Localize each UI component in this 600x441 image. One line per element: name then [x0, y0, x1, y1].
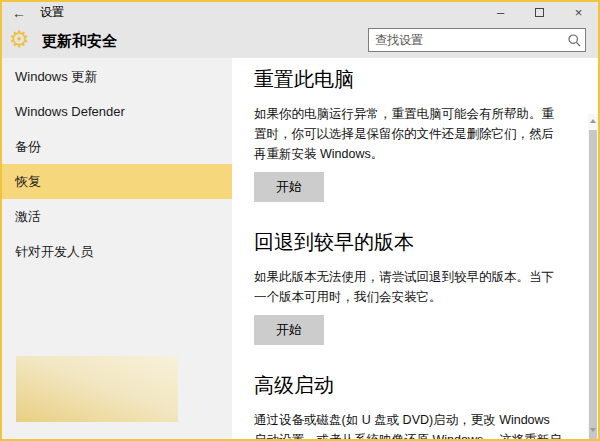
scrollbar[interactable]	[588, 114, 598, 439]
maximize-button[interactable]	[520, 2, 559, 23]
close-button[interactable]: ×	[559, 2, 598, 23]
scroll-down-icon[interactable]	[588, 423, 598, 437]
section-action-button[interactable]: 开始	[254, 315, 324, 345]
sidebar-item-5[interactable]: 针对开发人员	[2, 234, 232, 269]
section-description: 如果你的电脑运行异常，重置电脑可能会有所帮助。重置时，你可以选择是保留你的文件还…	[254, 104, 564, 164]
scroll-up-icon[interactable]	[588, 114, 598, 128]
maximize-icon	[535, 8, 544, 17]
back-button[interactable]: ←	[2, 5, 36, 21]
section-0: 重置此电脑如果你的电脑运行异常，重置电脑可能会有所帮助。重置时，你可以选择是保留…	[254, 66, 564, 202]
section-action-button[interactable]: 开始	[254, 172, 324, 202]
sidebar-item-3[interactable]: 恢复	[2, 164, 232, 199]
body: Windows 更新Windows Defender备份恢复激活针对开发人员 重…	[2, 58, 598, 439]
minimize-button[interactable]: –	[481, 2, 520, 23]
section-1: 回退到较早的版本如果此版本无法使用，请尝试回退到较早的版本。当下一个版本可用时，…	[254, 229, 564, 345]
header: ⚙ 更新和安全	[2, 23, 598, 58]
gear-icon: ⚙	[9, 27, 30, 51]
section-description: 通过设备或磁盘(如 U 盘或 DVD)启动，更改 Windows 启动设置，或者…	[254, 410, 564, 439]
page-title: 更新和安全	[42, 32, 117, 51]
scrollbar-thumb[interactable]	[589, 130, 597, 441]
sidebar-item-1[interactable]: Windows Defender	[2, 94, 232, 129]
section-description: 如果此版本无法使用，请尝试回退到较早的版本。当下一个版本可用时，我们会安装它。	[254, 267, 564, 307]
sidebar-item-2[interactable]: 备份	[2, 129, 232, 164]
section-title: 回退到较早的版本	[254, 229, 564, 255]
sidebar-item-0[interactable]: Windows 更新	[2, 59, 232, 94]
sidebar-nav: Windows 更新Windows Defender备份恢复激活针对开发人员	[2, 59, 232, 269]
section-title: 重置此电脑	[254, 66, 564, 92]
window-controls: – ×	[481, 2, 598, 23]
sidebar: Windows 更新Windows Defender备份恢复激活针对开发人员	[2, 58, 232, 439]
titlebar: ← 设置 – ×	[2, 2, 598, 23]
window-title: 设置	[40, 4, 64, 21]
content-sections: 重置此电脑如果你的电脑运行异常，重置电脑可能会有所帮助。重置时，你可以选择是保留…	[232, 58, 588, 439]
section-2: 高级启动通过设备或磁盘(如 U 盘或 DVD)启动，更改 Windows 启动设…	[254, 372, 564, 439]
search-box[interactable]	[368, 28, 586, 52]
sidebar-banner-image	[16, 356, 178, 422]
section-title: 高级启动	[254, 372, 564, 398]
sidebar-item-4[interactable]: 激活	[2, 199, 232, 234]
settings-window: ← 设置 – × ⚙ 更新和安全 Windows 更新Windows Defen…	[0, 0, 600, 441]
search-icon[interactable]	[563, 34, 585, 47]
search-input[interactable]	[369, 33, 563, 47]
